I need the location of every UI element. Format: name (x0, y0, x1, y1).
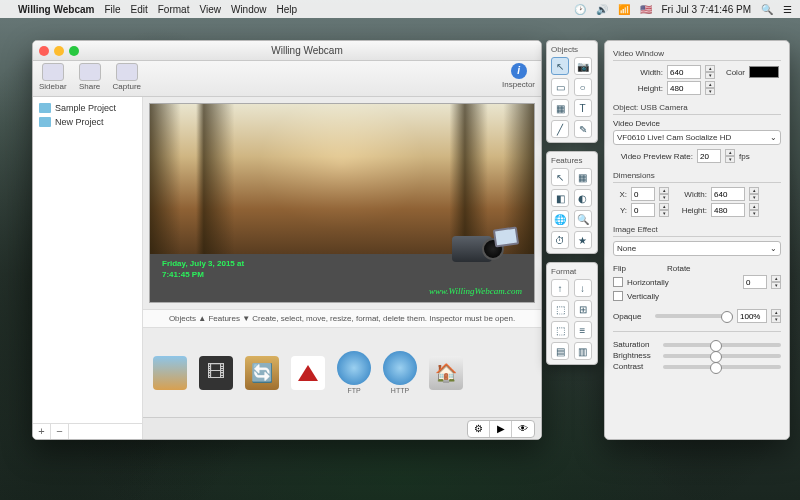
device-label: Video Device (613, 119, 781, 128)
vw-height-stepper[interactable]: ▴▾ (705, 81, 715, 95)
camcorder-icon (444, 224, 514, 274)
cursor-feature[interactable]: ↖ (551, 168, 569, 186)
titlebar[interactable]: Willing Webcam (33, 41, 541, 61)
align-left[interactable]: ⬚ (551, 300, 569, 318)
effect-header: Image Effect (613, 225, 781, 237)
zoom-feature[interactable]: 🔍 (574, 210, 592, 228)
menubar: Willing Webcam File Edit Format View Win… (0, 0, 800, 18)
distribute[interactable]: ≡ (574, 321, 592, 339)
menu-help[interactable]: Help (277, 4, 298, 15)
flag-icon[interactable]: 🇺🇸 (640, 4, 652, 15)
notification-icon[interactable]: ☰ (783, 4, 792, 15)
hint-text: Objects ▲ Features ▼ Create, select, mov… (143, 309, 541, 328)
inspector-button[interactable]: iInspector (502, 63, 535, 89)
align-center[interactable]: ⊞ (574, 300, 592, 318)
vw-height-input[interactable] (667, 81, 701, 95)
close-button[interactable] (39, 46, 49, 56)
http-source[interactable] (383, 351, 417, 385)
sidebar-item-sample[interactable]: Sample Project (35, 101, 140, 115)
rect-tool[interactable]: ▭ (551, 78, 569, 96)
volume-icon[interactable]: 🔊 (596, 4, 608, 15)
main-window: Willing Webcam Sidebar Share Capture iIn… (32, 40, 542, 440)
color-feature[interactable]: ◧ (551, 189, 569, 207)
home-source[interactable]: 🏠 (429, 356, 463, 390)
menu-edit[interactable]: Edit (131, 4, 148, 15)
clock[interactable]: Fri Jul 3 7:41:46 PM (662, 4, 751, 15)
ftp-source[interactable] (337, 351, 371, 385)
brightness-slider[interactable] (663, 354, 781, 358)
features-label: Features (551, 156, 593, 165)
contrast-slider[interactable] (663, 365, 781, 369)
grid-snap[interactable]: ▤ (551, 342, 569, 360)
url-overlay: www.WillingWebcam.com (429, 286, 522, 296)
menu-window[interactable]: Window (231, 4, 267, 15)
flip-horiz-checkbox[interactable] (613, 277, 623, 287)
flip-vert-checkbox[interactable] (613, 291, 623, 301)
opaque-input[interactable] (737, 309, 767, 323)
image-effect-select[interactable]: None⌄ (613, 241, 781, 256)
grid-feature[interactable]: ▦ (574, 168, 592, 186)
dim-width-input[interactable] (711, 187, 745, 201)
star-feature[interactable]: ★ (574, 231, 592, 249)
dim-height-input[interactable] (711, 203, 745, 217)
sidebar-item-new[interactable]: New Project (35, 115, 140, 129)
share-button[interactable]: Share (79, 63, 101, 91)
wifi-icon[interactable]: 📶 (618, 4, 630, 15)
pen-tool[interactable]: ✎ (574, 120, 592, 138)
image-source[interactable] (153, 356, 187, 390)
rate-stepper[interactable]: ▴▾ (725, 149, 735, 163)
sidebar-toggle[interactable]: Sidebar (39, 63, 67, 91)
movie-source[interactable]: 🎞 (199, 356, 233, 390)
compass-icon[interactable]: 🕑 (574, 4, 586, 15)
menu-view[interactable]: View (199, 4, 221, 15)
globe-feature[interactable]: 🌐 (551, 210, 569, 228)
camera-tool[interactable]: 📷 (574, 57, 592, 75)
app-menu[interactable]: Willing Webcam (18, 4, 94, 15)
saturation-slider[interactable] (663, 343, 781, 347)
opaque-slider[interactable] (655, 314, 733, 318)
content-area: Friday, July 3, 2015 at7:41:45 PM www.Wi… (143, 97, 541, 439)
projects-sidebar: Sample Project New Project + − (33, 97, 143, 439)
zoom-button[interactable] (69, 46, 79, 56)
remove-project-button[interactable]: − (51, 424, 69, 439)
transition-source[interactable]: 🔄 (245, 356, 279, 390)
settings-button[interactable]: ⚙ (468, 421, 490, 437)
shape-source[interactable] (291, 356, 325, 390)
color-swatch[interactable] (749, 66, 779, 78)
view-button[interactable]: 👁 (512, 421, 534, 437)
footer-controls: ⚙ ▶ 👁 (143, 417, 541, 439)
send-back[interactable]: ↓ (574, 279, 592, 297)
folder-icon (39, 117, 51, 127)
bring-front[interactable]: ↑ (551, 279, 569, 297)
video-device-select[interactable]: VF0610 Live! Cam Socialize HD⌄ (613, 130, 781, 145)
image-tool[interactable]: ▦ (551, 99, 569, 117)
tool-palette: Objects ↖ 📷 ▭ ○ ▦ T ╱ ✎ Features ↖ ▦ ◧ ◐… (546, 40, 598, 365)
menu-format[interactable]: Format (158, 4, 190, 15)
inspector-panel: Video Window Width: ▴▾ Color Height: ▴▾ … (604, 40, 790, 440)
record-button[interactable]: ▶ (490, 421, 512, 437)
align-right[interactable]: ⬚ (551, 321, 569, 339)
spotlight-icon[interactable]: 🔍 (761, 4, 773, 15)
add-project-button[interactable]: + (33, 424, 51, 439)
minimize-button[interactable] (54, 46, 64, 56)
line-tool[interactable]: ╱ (551, 120, 569, 138)
pointer-tool[interactable]: ↖ (551, 57, 569, 75)
toolbar: Sidebar Share Capture iInspector (33, 61, 541, 97)
video-preview[interactable]: Friday, July 3, 2015 at7:41:45 PM www.Wi… (149, 103, 535, 303)
layout[interactable]: ▥ (574, 342, 592, 360)
rotate-input[interactable] (743, 275, 767, 289)
preview-rate-input[interactable] (697, 149, 721, 163)
vw-width-input[interactable] (667, 65, 701, 79)
x-input[interactable] (631, 187, 655, 201)
capture-button[interactable]: Capture (113, 63, 141, 91)
circle-tool[interactable]: ○ (574, 78, 592, 96)
object-header: Object: USB Camera (613, 103, 781, 115)
menu-file[interactable]: File (104, 4, 120, 15)
window-title: Willing Webcam (79, 45, 535, 56)
y-input[interactable] (631, 203, 655, 217)
vw-width-stepper[interactable]: ▴▾ (705, 65, 715, 79)
motion-feature[interactable]: ◐ (574, 189, 592, 207)
video-window-header: Video Window (613, 49, 781, 61)
text-tool[interactable]: T (574, 99, 592, 117)
timer-feature[interactable]: ⏱ (551, 231, 569, 249)
